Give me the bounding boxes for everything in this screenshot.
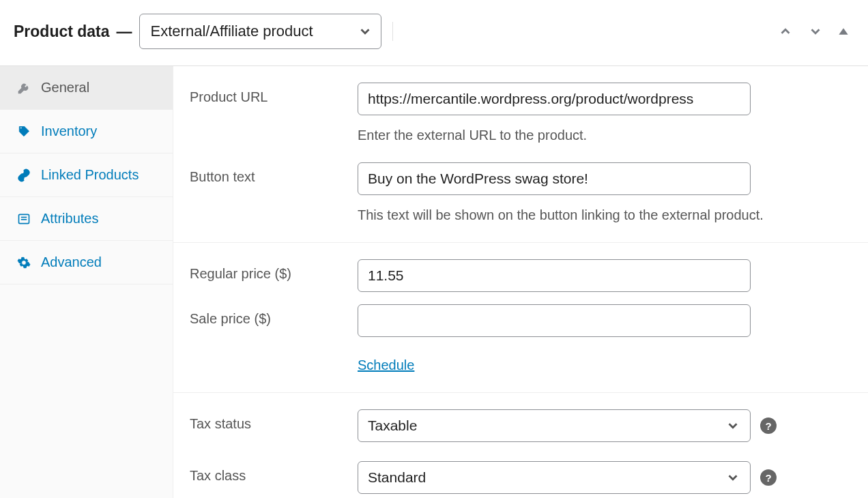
row-button-text: Button text	[190, 162, 852, 195]
sale-price-input[interactable]	[358, 304, 751, 337]
header-divider	[392, 22, 393, 41]
label-tax-status: Tax status	[190, 409, 358, 432]
regular-price-input[interactable]	[358, 259, 751, 292]
group-external: Product URL Enter the external URL to th…	[173, 66, 868, 243]
list-icon	[16, 211, 31, 226]
product-type-value: External/Affiliate product	[151, 23, 313, 40]
row-sale-price: Sale price ($)	[190, 304, 852, 337]
chevron-down-icon	[725, 470, 740, 485]
tag-icon	[16, 124, 31, 139]
chevron-down-icon	[358, 24, 373, 39]
sidebar-item-label: General	[41, 80, 89, 96]
label-tax-class: Tax class	[190, 461, 358, 484]
help-product-url: Enter the external URL to the product.	[358, 128, 852, 143]
product-type-select[interactable]: External/Affiliate product	[139, 14, 381, 49]
schedule-link[interactable]: Schedule	[358, 357, 414, 373]
product-data-tabs: General Inventory Linked Products Attrib…	[0, 66, 173, 498]
label-sale-price: Sale price ($)	[190, 304, 358, 327]
sidebar-item-label: Advanced	[41, 254, 102, 270]
chevron-down-icon[interactable]	[808, 24, 823, 39]
row-regular-price: Regular price ($)	[190, 259, 852, 292]
sidebar-item-inventory[interactable]: Inventory	[0, 110, 173, 153]
help-icon[interactable]: ?	[760, 469, 777, 486]
sidebar-item-label: Linked Products	[41, 167, 139, 183]
group-tax: Tax status Taxable ? Tax class	[173, 393, 868, 498]
product-data-panel: Product data — External/Affiliate produc…	[0, 0, 868, 498]
sidebar-item-label: Inventory	[41, 123, 97, 139]
svg-marker-0	[839, 28, 848, 34]
label-button-text: Button text	[190, 162, 358, 185]
gear-icon	[16, 255, 31, 270]
tax-class-select[interactable]: Standard	[358, 461, 751, 494]
chevron-down-icon	[725, 418, 740, 433]
chevron-up-icon[interactable]	[778, 24, 793, 39]
product-url-input[interactable]	[358, 83, 751, 115]
group-pricing: Regular price ($) Sale price ($) Schedul…	[173, 243, 868, 393]
collapse-triangle-icon[interactable]	[838, 26, 849, 37]
sidebar-item-label: Attributes	[41, 211, 98, 226]
sidebar-item-advanced[interactable]: Advanced	[0, 241, 173, 284]
row-tax-status: Tax status Taxable ?	[190, 409, 852, 442]
label-product-url: Product URL	[190, 83, 358, 105]
sidebar-item-attributes[interactable]: Attributes	[0, 197, 173, 241]
panel-header: Product data — External/Affiliate produc…	[0, 0, 868, 66]
sidebar-item-general[interactable]: General	[0, 66, 173, 110]
panel-controls	[778, 24, 854, 39]
help-button-text: This text will be shown on the button li…	[358, 207, 852, 223]
panel-title: Product data	[14, 23, 110, 41]
help-icon[interactable]: ?	[760, 418, 777, 434]
tax-class-value: Standard	[368, 469, 426, 486]
tax-status-value: Taxable	[368, 418, 417, 434]
panel-body: General Inventory Linked Products Attrib…	[0, 66, 868, 498]
button-text-input[interactable]	[358, 162, 751, 195]
sidebar-item-linked-products[interactable]: Linked Products	[0, 153, 173, 197]
row-product-url: Product URL	[190, 83, 852, 115]
tax-status-select[interactable]: Taxable	[358, 409, 751, 442]
title-separator: —	[117, 23, 132, 41]
tab-content-general: Product URL Enter the external URL to th…	[173, 66, 868, 498]
link-icon	[16, 168, 31, 183]
wrench-icon	[16, 80, 31, 96]
row-tax-class: Tax class Standard ?	[190, 461, 852, 494]
label-regular-price: Regular price ($)	[190, 259, 358, 282]
